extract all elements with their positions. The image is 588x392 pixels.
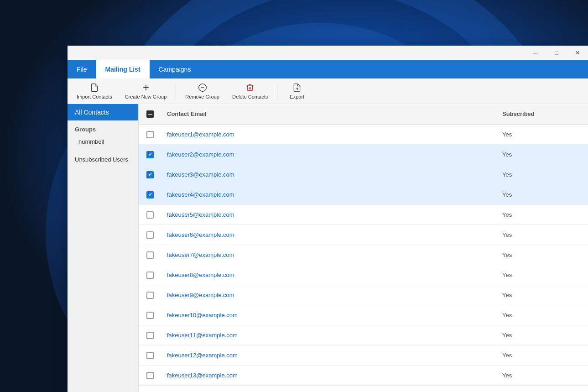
close-button[interactable]: ✕ bbox=[567, 46, 588, 60]
export-button[interactable]: Export bbox=[281, 80, 313, 102]
sidebar-item-all-contacts[interactable]: All Contacts bbox=[68, 104, 138, 120]
row-checkbox-9[interactable] bbox=[146, 292, 154, 299]
row-email: fakeuser6@example.com bbox=[161, 228, 497, 242]
row-subscribed: Yes bbox=[497, 167, 588, 182]
toolbar-group-delete: Delete Contacts bbox=[227, 80, 273, 102]
row-checkbox-2[interactable] bbox=[146, 151, 154, 158]
create-new-group-label: Create New Group bbox=[125, 94, 167, 100]
toolbar-group-import: Import Contacts bbox=[71, 80, 118, 102]
row-checkbox-11[interactable] bbox=[146, 332, 154, 339]
toolbar-group-remove: Remove Group bbox=[180, 80, 225, 102]
create-new-group-button[interactable]: Create New Group bbox=[120, 80, 172, 102]
menu-bar: File Mailing List Campaigns bbox=[68, 60, 588, 78]
table-header: Contact Email Subscribed bbox=[139, 104, 588, 125]
row-checkbox-7[interactable] bbox=[146, 251, 154, 259]
import-contacts-label: Import Contacts bbox=[77, 94, 112, 100]
row-email: fakeuser13@example.com bbox=[161, 368, 497, 382]
toolbar-separator-1 bbox=[176, 83, 176, 99]
row-email: fakeuser8@example.com bbox=[161, 268, 497, 282]
row-subscribed: Yes bbox=[497, 228, 588, 242]
th-email: Contact Email bbox=[161, 108, 497, 120]
maximize-button[interactable]: □ bbox=[546, 46, 567, 60]
row-checkbox-cell bbox=[139, 251, 161, 259]
table-row[interactable]: fakeuser10@example.comYes bbox=[139, 305, 588, 325]
row-email: fakeuser5@example.com bbox=[161, 208, 497, 222]
row-checkbox-cell bbox=[139, 292, 161, 299]
remove-group-button[interactable]: Remove Group bbox=[180, 80, 225, 102]
table-row[interactable]: fakeuser5@example.comYes bbox=[139, 205, 588, 225]
row-checkbox-4[interactable] bbox=[146, 191, 154, 199]
row-checkbox-8[interactable] bbox=[146, 272, 154, 279]
main-content: Contact Email Subscribed fakeuser1@examp… bbox=[139, 104, 588, 392]
table-row[interactable]: fakeuser1@example.comYes bbox=[139, 125, 588, 145]
row-email: fakeuser4@example.com bbox=[161, 188, 497, 202]
title-bar-controls: — □ ✕ bbox=[525, 46, 588, 60]
row-email: fakeuser11@example.com bbox=[161, 328, 497, 342]
row-subscribed: Yes bbox=[497, 308, 588, 322]
row-checkbox-cell bbox=[139, 171, 161, 178]
toolbar: Import Contacts Create New Group bbox=[68, 78, 588, 104]
row-checkbox-3[interactable] bbox=[146, 171, 154, 178]
row-email: fakeuser7@example.com bbox=[161, 248, 497, 262]
row-checkbox-cell bbox=[139, 372, 161, 379]
sidebar: All Contacts Groups hummbell Unsubscribe… bbox=[68, 104, 139, 392]
sidebar-groups-header: Groups bbox=[68, 120, 138, 135]
row-email: fakeuser10@example.com bbox=[161, 308, 497, 322]
title-bar: — □ ✕ bbox=[68, 46, 588, 60]
table-row[interactable]: fakeuser3@example.comYes bbox=[139, 165, 588, 185]
table-row[interactable]: fakeuser7@example.comYes bbox=[139, 245, 588, 265]
row-subscribed: Yes bbox=[497, 208, 588, 222]
toolbar-group-create: Create New Group bbox=[120, 80, 172, 102]
row-checkbox-12[interactable] bbox=[146, 352, 154, 359]
export-icon bbox=[291, 82, 302, 93]
table-row[interactable]: fakeuser13@example.comYes bbox=[139, 366, 588, 386]
table-row[interactable]: fakeuser6@example.comYes bbox=[139, 225, 588, 245]
th-checkbox[interactable] bbox=[139, 108, 161, 120]
toolbar-separator-2 bbox=[277, 83, 277, 99]
row-subscribed: Yes bbox=[497, 147, 588, 162]
row-subscribed: Yes bbox=[497, 127, 588, 141]
delete-contacts-button[interactable]: Delete Contacts bbox=[227, 80, 273, 102]
row-checkbox-cell bbox=[139, 151, 161, 158]
file-icon bbox=[89, 82, 100, 93]
contact-table[interactable]: Contact Email Subscribed fakeuser1@examp… bbox=[139, 104, 588, 392]
row-checkbox-10[interactable] bbox=[146, 312, 154, 319]
minus-circle-icon bbox=[197, 82, 208, 93]
tab-mailing-list[interactable]: Mailing List bbox=[96, 60, 150, 78]
row-checkbox-cell bbox=[139, 332, 161, 339]
table-rows-container: fakeuser1@example.comYesfakeuser2@exampl… bbox=[139, 125, 588, 386]
row-subscribed: Yes bbox=[497, 248, 588, 262]
sidebar-item-hummbell[interactable]: hummbell bbox=[68, 135, 138, 149]
remove-group-label: Remove Group bbox=[185, 94, 219, 100]
row-subscribed: Yes bbox=[497, 328, 588, 342]
table-row[interactable]: fakeuser4@example.comYes bbox=[139, 185, 588, 205]
row-checkbox-cell bbox=[139, 131, 161, 138]
table-row[interactable]: fakeuser9@example.comYes bbox=[139, 285, 588, 305]
tab-campaigns[interactable]: Campaigns bbox=[150, 60, 200, 78]
minimize-button[interactable]: — bbox=[525, 46, 546, 60]
row-checkbox-5[interactable] bbox=[146, 211, 154, 219]
row-email: fakeuser3@example.com bbox=[161, 167, 497, 182]
plus-icon bbox=[140, 82, 151, 93]
row-checkbox-6[interactable] bbox=[146, 231, 154, 239]
table-row[interactable]: fakeuser2@example.comYes bbox=[139, 145, 588, 165]
table-row[interactable]: fakeuser12@example.comYes bbox=[139, 345, 588, 366]
row-checkbox-13[interactable] bbox=[146, 372, 154, 379]
export-label: Export bbox=[290, 94, 304, 100]
delete-contacts-label: Delete Contacts bbox=[232, 94, 268, 100]
row-checkbox-cell bbox=[139, 312, 161, 319]
row-subscribed: Yes bbox=[497, 368, 588, 382]
row-checkbox-1[interactable] bbox=[146, 131, 154, 138]
table-row[interactable]: fakeuser11@example.comYes bbox=[139, 325, 588, 345]
app-window: — □ ✕ File Mailing List Campaigns Import… bbox=[68, 46, 588, 392]
row-email: fakeuser1@example.com bbox=[161, 127, 497, 141]
table-row[interactable]: fakeuser8@example.comYes bbox=[139, 265, 588, 285]
row-checkbox-cell bbox=[139, 211, 161, 219]
row-subscribed: Yes bbox=[497, 188, 588, 202]
sidebar-item-unsubscribed[interactable]: Unsubscribed Users bbox=[68, 152, 138, 167]
tab-file[interactable]: File bbox=[68, 60, 96, 78]
select-all-checkbox[interactable] bbox=[146, 110, 154, 118]
row-checkbox-cell bbox=[139, 352, 161, 359]
trash-icon bbox=[245, 82, 255, 93]
import-contacts-button[interactable]: Import Contacts bbox=[71, 80, 118, 102]
